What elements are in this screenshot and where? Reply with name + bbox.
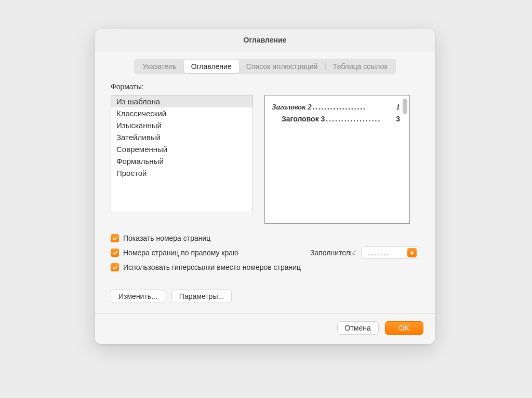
options-checks: Показать номера страниц Номера страниц п… [111,234,419,271]
preview-heading: Заголовок 2 [272,103,312,112]
list-item[interactable]: Современный [111,143,252,155]
check-label: Показать номера страниц [123,234,210,242]
list-item[interactable]: Классический [111,107,252,119]
toc-dialog: Оглавление Указатель Оглавление Список и… [95,29,435,344]
list-item[interactable]: Затейливый [111,131,252,143]
checkbox-hyperlinks[interactable] [111,263,119,271]
list-item[interactable]: Формальный [111,155,252,167]
check-icon [112,265,118,270]
check-label: Использовать гиперссылки вместо номеров … [123,263,301,271]
check-icon [112,250,118,256]
check-row-hyperlinks: Использовать гиперссылки вместо номеров … [111,263,419,271]
preview-scrollbar[interactable] [403,99,407,114]
check-icon [112,236,118,241]
divider [111,281,419,281]
preview-leader: .................. [326,115,395,123]
check-row-right-align: Номера страниц по правому краю Заполните… [111,246,419,259]
dialog-body: Форматы: Из шаблона Классический Изыскан… [95,79,435,313]
preview-leader: .................. [313,103,395,112]
preview-heading: Заголовок 3 [282,115,325,123]
formats-listbox[interactable]: Из шаблона Классический Изысканный Затей… [111,95,253,212]
filler-select[interactable]: ....... [361,246,419,259]
tab-bar: Указатель Оглавление Список иллюстраций … [95,51,435,79]
filler-label: Заполнитель: [310,249,356,257]
preview-pane: Заголовок 2 .................. 1 Заголов… [264,95,410,224]
tab-group: Указатель Оглавление Список иллюстраций … [134,59,395,74]
ok-button[interactable]: OK [385,321,423,335]
check-row-show-pages: Показать номера страниц [111,234,419,242]
modify-button[interactable]: Изменить... [111,290,165,303]
tab-toc[interactable]: Оглавление [184,60,239,73]
dialog-title: Оглавление [95,29,435,51]
stepper-icon [407,248,417,257]
preview-page: 3 [396,115,400,123]
filler-group: Заполнитель: ....... [310,246,419,259]
list-item[interactable]: Из шаблона [111,95,252,107]
filler-value: ....... [368,249,407,257]
formats-preview-row: Из шаблона Классический Изысканный Затей… [111,95,419,224]
options-button[interactable]: Параметры... [171,290,232,303]
preview-line-1: Заголовок 2 .................. 1 [272,103,400,112]
dialog-footer: Отмена OK [95,313,435,344]
preview-page: 1 [396,103,401,112]
formats-label: Форматы: [111,83,419,91]
list-item[interactable]: Простой [111,167,252,179]
tab-figures[interactable]: Список иллюстраций [239,60,325,73]
secondary-buttons: Изменить... Параметры... [111,290,419,303]
list-item[interactable]: Изысканный [111,119,252,131]
check-label: Номера страниц по правому краю [123,249,238,257]
preview-line-2: Заголовок 3 .................. 3 [272,115,400,123]
tab-refs[interactable]: Таблица ссылок [326,60,395,73]
checkbox-right-align[interactable] [111,249,119,257]
cancel-button[interactable]: Отмена [337,321,379,335]
tab-index[interactable]: Указатель [135,60,183,73]
checkbox-show-pages[interactable] [111,234,119,242]
